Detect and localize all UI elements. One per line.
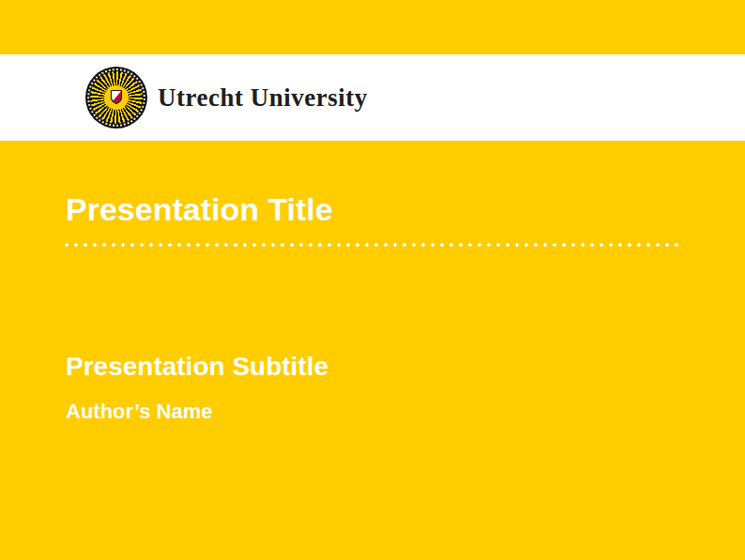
shield-icon (111, 90, 122, 104)
title-slide: Utrecht University Presentation Title Pr… (0, 0, 745, 560)
logo-wordmark: Utrecht University (158, 83, 368, 113)
presentation-subtitle: Presentation Subtitle (66, 354, 328, 380)
sun-seal-icon (85, 67, 147, 129)
logo-band: Utrecht University (0, 54, 745, 141)
utrecht-university-logo: Utrecht University (85, 67, 368, 129)
author-name: Author’s Name (66, 401, 212, 422)
dotted-divider (64, 242, 683, 248)
presentation-title: Presentation Title (66, 193, 333, 225)
top-yellow-band (0, 0, 745, 54)
